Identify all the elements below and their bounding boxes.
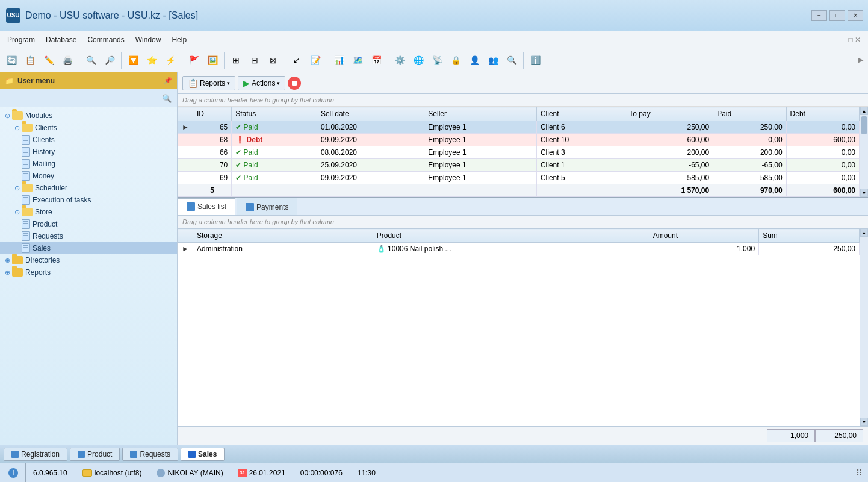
sidebar-item-clients-folder[interactable]: ⊙ Clients [0, 122, 177, 134]
tb-users[interactable]: 👤 [465, 51, 483, 69]
tb-funnel[interactable]: ⚡ [161, 51, 179, 69]
actions-button[interactable]: ▶ Actions ▾ [238, 76, 285, 90]
sidebar-item-sales[interactable]: Sales [0, 242, 177, 254]
menu-help[interactable]: Help [167, 34, 191, 46]
tb-search2[interactable]: 🔍 [503, 51, 521, 69]
doc-product [22, 219, 30, 229]
bcol-sum[interactable]: Sum [759, 229, 860, 243]
tab-sales-list[interactable]: Sales list [178, 198, 235, 215]
doc-mailing [22, 159, 30, 169]
tb-group[interactable]: 👥 [484, 51, 502, 69]
tb-gear[interactable]: ⚙️ [391, 51, 409, 69]
table-row[interactable]: ► 65 ✔ Paid 01.08.2020 Employee 1 Client… [178, 121, 860, 134]
top-scrollbar-v[interactable]: ▲ ▼ [860, 107, 868, 197]
col-selldate[interactable]: Sell date [317, 107, 424, 121]
menu-commands[interactable]: Commands [82, 34, 129, 46]
col-client[interactable]: Client [536, 107, 625, 121]
col-paid[interactable]: Paid [713, 107, 786, 121]
sidebar-item-store[interactable]: ⊙ Store [0, 206, 177, 218]
sidebar-item-product[interactable]: Product [0, 218, 177, 230]
reports-button[interactable]: 📋 Reports ▾ [182, 76, 235, 90]
tb-flag[interactable]: 🚩 [185, 51, 203, 69]
col-debt[interactable]: Debt [786, 107, 859, 121]
close-button[interactable]: ✕ [848, 10, 863, 21]
col-id[interactable]: ID [193, 107, 231, 121]
col-seller[interactable]: Seller [424, 107, 537, 121]
sidebar-item-mailing[interactable]: Mailing [0, 158, 177, 170]
brow-amount: 1,000 [649, 243, 758, 255]
bottom-scrollbar-v[interactable]: ▲ ▼ [860, 228, 868, 426]
sidebar-item-execution[interactable]: Execution of tasks [0, 194, 177, 206]
tb-filter[interactable]: 🔽 [124, 51, 142, 69]
taskbar-requests[interactable]: Requests [122, 448, 178, 461]
pin-icon[interactable]: 📌 [164, 77, 172, 84]
menu-database[interactable]: Database [41, 34, 81, 46]
reports-label: Reports [25, 268, 51, 277]
menu-program[interactable]: Program [2, 34, 40, 46]
sidebar-item-clients[interactable]: Clients [0, 134, 177, 146]
scroll-down[interactable]: ▼ [860, 189, 868, 197]
folder-modules [12, 111, 23, 120]
tb-grid2[interactable]: ⊟ [246, 51, 264, 69]
bottom-grid-scroll[interactable]: Storage Product Amount Sum ► Administrat… [178, 228, 860, 426]
tb-grid1[interactable]: ⊞ [227, 51, 245, 69]
search-button[interactable]: 🔍 [160, 92, 173, 105]
minimize-button[interactable]: − [811, 10, 827, 21]
row-status: ❗ Debt [232, 134, 317, 146]
col-topay[interactable]: To pay [625, 107, 713, 121]
row-debt: 0,00 [786, 121, 859, 134]
taskbar-registration[interactable]: Registration [4, 448, 67, 461]
scroll-up[interactable]: ▲ [860, 107, 868, 115]
bcol-storage[interactable]: Storage [193, 229, 373, 243]
content-area: 📋 Reports ▾ ▶ Actions ▾ Drag a column he… [178, 72, 868, 445]
sidebar-item-modules[interactable]: ⊙ Modules [0, 110, 177, 122]
bscroll-down[interactable]: ▼ [860, 418, 868, 426]
bcol-product[interactable]: Product [373, 229, 649, 243]
tb-rss[interactable]: 📡 [428, 51, 446, 69]
tb-arrow-left[interactable]: ↙ [288, 51, 306, 69]
tb-lock[interactable]: 🔒 [447, 51, 465, 69]
tab-payments[interactable]: Payments [237, 198, 297, 215]
tb-star[interactable]: ⭐ [143, 51, 161, 69]
sidebar-item-scheduler[interactable]: ⊙ Scheduler [0, 182, 177, 194]
taskbar-sales[interactable]: Sales [181, 448, 225, 461]
table-row[interactable]: 68 ❗ Debt 09.09.2020 Employee 1 Client 1… [178, 134, 860, 146]
maximize-button[interactable]: □ [829, 10, 845, 21]
tb-image[interactable]: 🖼️ [203, 51, 222, 69]
table-row[interactable]: 69 ✔ Paid 09.09.2020 Employee 1 Client 5… [178, 172, 860, 184]
tb-chart[interactable]: 📊 [330, 51, 348, 69]
top-grid-scroll[interactable]: ID Status Sell date Seller Client To pay… [178, 107, 860, 197]
tb-info[interactable]: ℹ️ [526, 51, 544, 69]
table-row[interactable]: 66 ✔ Paid 08.08.2020 Employee 1 Client 3… [178, 146, 860, 159]
menu-window[interactable]: Window [131, 34, 166, 46]
tb-grid3[interactable]: ⊠ [264, 51, 282, 69]
tb-edit[interactable]: ✏️ [40, 51, 58, 69]
bscroll-up[interactable]: ▲ [860, 228, 868, 237]
sidebar-item-reports[interactable]: ⊕ Reports [0, 266, 177, 278]
tb-print[interactable]: 🖨️ [58, 51, 76, 69]
sidebar-item-money[interactable]: Money [0, 170, 177, 182]
tb-refresh[interactable]: 🔄 [2, 51, 20, 69]
total-debt: 600,00 [786, 184, 859, 197]
table-row[interactable]: 70 ✔ Paid 25.09.2020 Employee 1 Client 1… [178, 159, 860, 172]
tb-map[interactable]: 🗺️ [349, 51, 367, 69]
sidebar-item-directories[interactable]: ⊕ Directories [0, 254, 177, 266]
table-row[interactable]: ► Administration 🧴 10006 Nail polish ...… [178, 243, 860, 255]
stop-button[interactable] [288, 77, 301, 90]
status-resize[interactable]: ⠿ [856, 468, 862, 478]
scroll-thumb[interactable] [861, 116, 867, 134]
total-paid: 970,00 [713, 184, 786, 197]
bcol-amount[interactable]: Amount [649, 229, 758, 243]
cycle-modules: ⊙ [2, 111, 12, 120]
tb-calendar[interactable]: 📅 [367, 51, 385, 69]
sidebar-item-requests[interactable]: Requests [0, 230, 177, 242]
col-status[interactable]: Status [232, 107, 317, 121]
taskbar-product[interactable]: Product [70, 448, 120, 461]
tb-copy[interactable]: 📋 [21, 51, 39, 69]
tb-zoom[interactable]: 🔎 [101, 51, 119, 69]
tb-note[interactable]: 📝 [306, 51, 324, 69]
sidebar-item-history[interactable]: History [0, 146, 177, 158]
tb-globe[interactable]: 🌐 [409, 51, 427, 69]
status-seg-version: 6.0.965.10 [26, 463, 75, 482]
tb-find[interactable]: 🔍 [82, 51, 100, 69]
